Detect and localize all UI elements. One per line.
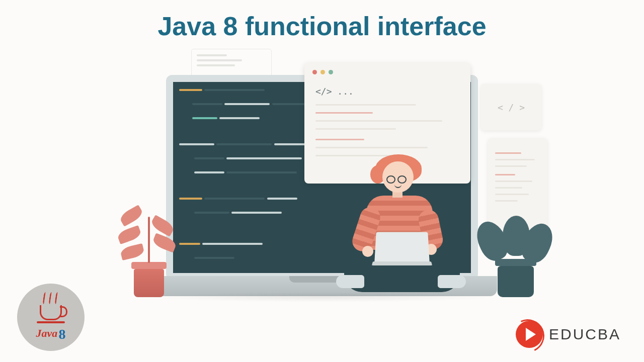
java8-badge: Java8 <box>17 284 85 351</box>
code-lines <box>179 89 319 268</box>
educba-logo: EDUCBA <box>516 321 621 348</box>
steam-icon <box>43 292 59 304</box>
hero-illustration: </> ... < / > <box>126 53 518 319</box>
coffee-cup-icon <box>40 305 62 320</box>
educba-text: EDUCBA <box>549 326 621 343</box>
play-circle-icon <box>516 321 543 348</box>
developer-illustration <box>334 161 465 302</box>
page-title: Java 8 functional interface <box>0 11 644 41</box>
code-tag-card: < / > <box>481 84 541 130</box>
window-controls-icon <box>304 63 470 83</box>
java8-label: Java8 <box>36 326 66 342</box>
plant-right-icon <box>498 259 536 297</box>
code-label: </> ... <box>315 86 354 97</box>
